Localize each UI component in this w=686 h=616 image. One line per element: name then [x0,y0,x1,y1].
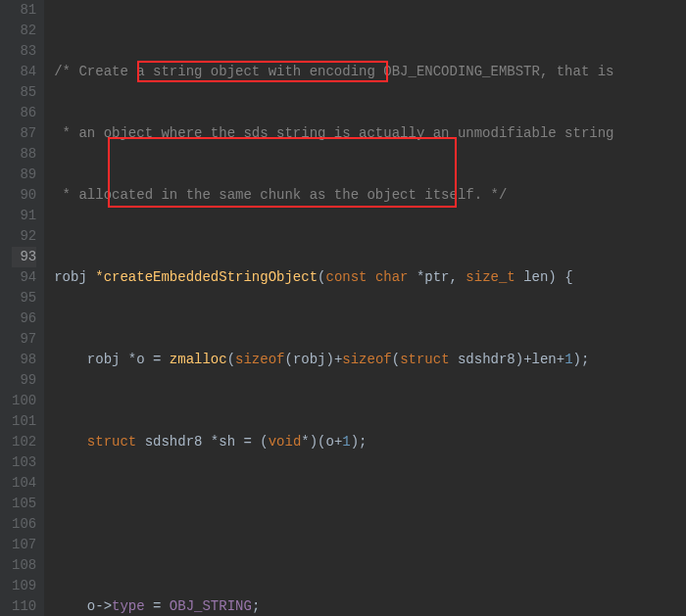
line-number: 97 [12,329,36,350]
line-number: 81 [12,0,36,21]
line-number: 83 [12,41,36,62]
code-line: robj *o = zmalloc(sizeof(robj)+sizeof(st… [54,350,686,370]
line-number: 99 [12,370,36,391]
line-number: 85 [12,82,36,103]
code-line: * an object where the sds string is actu… [54,123,686,144]
line-number: 91 [12,206,36,226]
line-number: 93 [12,247,36,267]
line-number: 104 [12,473,36,494]
line-number: 107 [12,535,36,555]
line-number: 84 [12,62,36,82]
code-line: robj *createEmbeddedStringObject(const c… [54,267,686,288]
line-number: 105 [12,494,36,514]
code-line: o->type = OBJ_STRING; [54,596,686,616]
code-editor: 8182838485868788899091929394959697989910… [0,0,686,616]
line-number: 96 [12,308,36,329]
line-number: 106 [12,514,36,535]
line-number: 98 [12,350,36,370]
code-line [54,514,686,535]
line-number: 108 [12,555,36,576]
line-number: 110 [12,596,36,616]
line-number: 109 [12,576,36,596]
code-line: struct sdshdr8 *sh = (void*)(o+1); [54,432,686,452]
line-number: 92 [12,226,36,247]
code-line: * allocated in the same chunk as the obj… [54,185,686,206]
line-number: 102 [12,432,36,452]
line-number: 103 [12,452,36,473]
line-number: 95 [12,288,36,308]
line-number: 87 [12,123,36,144]
line-number: 88 [12,144,36,165]
line-number: 82 [12,21,36,41]
line-number: 101 [12,411,36,432]
line-number: 94 [12,267,36,288]
line-number-gutter: 8182838485868788899091929394959697989910… [0,0,44,616]
line-number: 86 [12,103,36,123]
line-number: 89 [12,165,36,185]
line-number: 90 [12,185,36,206]
code-area: /* Create a string object with encoding … [44,0,686,616]
line-number: 100 [12,391,36,411]
code-line: /* Create a string object with encoding … [54,62,686,82]
